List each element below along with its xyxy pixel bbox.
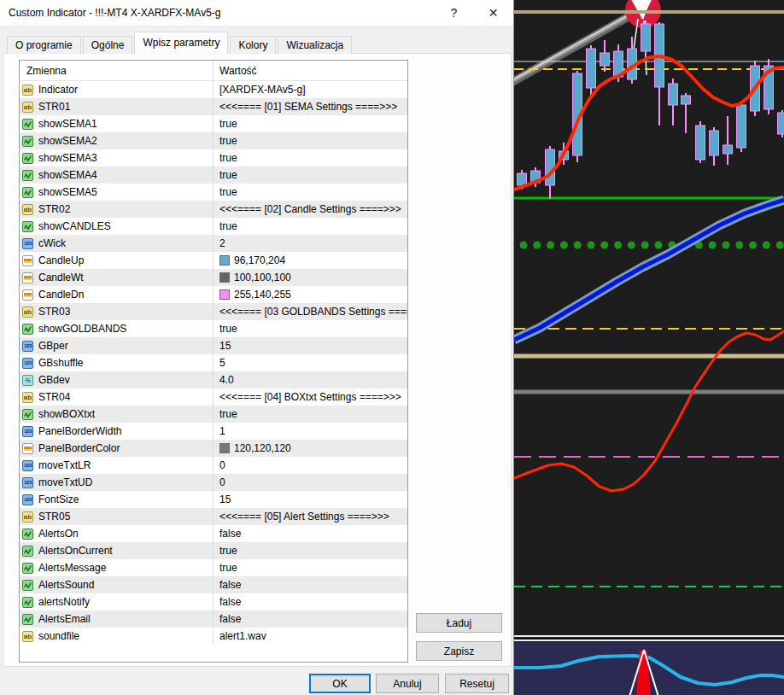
param-value-cell: true: [214, 132, 407, 149]
param-row[interactable]: showSEMA1true: [20, 115, 407, 132]
close-button[interactable]: ✕: [474, 0, 512, 26]
param-row[interactable]: alertsNotifyfalse: [20, 593, 407, 610]
param-row[interactable]: showCANDLEStrue: [20, 218, 407, 235]
param-name-label: PanelBorderWidth: [38, 425, 121, 437]
footer-reset-button[interactable]: Resetuj: [445, 674, 509, 693]
param-row[interactable]: CandleDn255,140,255: [20, 286, 407, 303]
param-value-cell: 96,170,204: [214, 252, 407, 269]
column-header-variable: Zmienna: [20, 61, 214, 80]
param-name-cell: 123cWick: [20, 235, 214, 252]
param-value-cell: alert1.wav: [214, 628, 407, 645]
param-row[interactable]: AlertsSoundfalse: [20, 576, 407, 593]
param-name-cell: 123moveTxtUD: [20, 474, 214, 491]
param-name-cell: showSEMA3: [20, 149, 214, 166]
tab-ogolne[interactable]: Ogólne: [83, 36, 133, 54]
chart-area[interactable]: [514, 0, 784, 695]
param-row[interactable]: showSEMA2true: [20, 132, 407, 149]
param-value-cell: 5: [214, 354, 407, 371]
param-row[interactable]: 123cWick2: [20, 235, 407, 252]
bool-param-icon: [22, 546, 33, 557]
param-value-cell: 120,120,120: [214, 440, 407, 457]
tab-wpisz-parametry[interactable]: Wpisz parametry: [134, 32, 228, 54]
param-row[interactable]: CandleUp96,170,204: [20, 252, 407, 269]
param-row[interactable]: AlertsOnCurrenttrue: [20, 542, 407, 559]
param-name-label: showSEMA5: [38, 186, 97, 198]
param-name-label: AlertsSound: [38, 579, 94, 591]
param-value-text: <<<==== [05] Alert Settings ====>>>: [219, 511, 389, 523]
color-swatch: [219, 289, 230, 300]
param-row[interactable]: PanelBorderColor120,120,120: [20, 440, 407, 457]
color-param-icon: [22, 289, 33, 301]
tab-o-programie[interactable]: O programie: [7, 36, 81, 54]
parameters-table[interactable]: Zmienna Wartość abIndicator[XARDFX-MAv5-…: [19, 60, 408, 663]
bool-param-icon: [22, 580, 33, 591]
param-row[interactable]: abSTR05<<<==== [05] Alert Settings ====>…: [20, 508, 407, 525]
param-row[interactable]: abSTR02<<<==== [02] Candle Settings ====…: [20, 201, 407, 218]
green-dot: [749, 242, 757, 249]
param-row[interactable]: absoundfilealert1.wav: [20, 628, 407, 645]
param-name-label: moveTxtUD: [38, 476, 92, 488]
param-name-cell: showSEMA5: [20, 184, 214, 201]
param-row[interactable]: showSEMA5true: [20, 184, 407, 201]
color-param-icon: [22, 272, 33, 283]
side-load-button[interactable]: Ładuj: [416, 613, 502, 633]
param-row[interactable]: abIndicator[XARDFX-MAv5-g]: [20, 81, 407, 98]
param-name-cell: AlertsOnCurrent: [20, 542, 214, 559]
candle-body: [696, 126, 705, 160]
param-name-label: STR04: [38, 391, 70, 403]
param-value-text: 0: [219, 459, 225, 471]
param-row[interactable]: AlertsEmailfalse: [20, 610, 407, 628]
zigzag-line-glyph: [23, 137, 32, 146]
tab-kolory[interactable]: Kolory: [230, 36, 276, 54]
param-row[interactable]: 123FontSize15: [20, 491, 407, 508]
integer-param-icon: 123: [22, 341, 33, 352]
param-row[interactable]: abSTR03<<<==== [03 GOLDBANDS Settings ==…: [20, 303, 407, 320]
param-name-cell: absoundfile: [20, 628, 214, 645]
param-row[interactable]: showGOLDBANDStrue: [20, 320, 407, 337]
zigzag-line-glyph: [23, 546, 32, 556]
param-row[interactable]: CandleWt100,100,100: [20, 269, 407, 286]
param-name-cell: abSTR01: [20, 98, 214, 115]
param-row[interactable]: ½GBdev4.0: [20, 371, 407, 388]
candle-body: [641, 24, 651, 51]
tab-wizualizacja[interactable]: Wizualizacja: [278, 36, 352, 54]
param-row[interactable]: AlertsOnfalse: [20, 525, 407, 542]
param-row[interactable]: AlertsMessagetrue: [20, 559, 407, 576]
param-value-text: alert1.wav: [219, 630, 266, 642]
footer-ok-button[interactable]: OK: [309, 674, 371, 693]
zigzag-line-glyph: [23, 529, 32, 539]
param-name-cell: AlertsEmail: [20, 610, 214, 628]
green-dot: [533, 242, 541, 249]
string-param-icon: ab: [22, 307, 33, 318]
side-save-button[interactable]: Zapisz: [416, 641, 502, 661]
dialog-titlebar[interactable]: Custom Indicator - !!!-MT4 X-XARDFX-MAv5…: [0, 0, 513, 26]
green-dot: [655, 242, 663, 249]
param-row[interactable]: abSTR04<<<==== [04] BOXtxt Settings ====…: [20, 388, 407, 406]
param-row[interactable]: showSEMA3true: [20, 149, 407, 166]
param-name-cell: abSTR05: [20, 508, 214, 525]
param-row[interactable]: abSTR01<<<==== [01] SEMA Settings ====>>…: [20, 98, 407, 115]
help-button[interactable]: ?: [435, 0, 473, 26]
param-row[interactable]: showBOXtxttrue: [20, 406, 407, 423]
string-param-icon: ab: [22, 392, 33, 403]
palette-glyph: [24, 276, 32, 280]
param-name-label: showGOLDBANDS: [38, 323, 126, 335]
param-value-text: 15: [219, 494, 231, 505]
param-name-cell: AlertsOn: [20, 525, 214, 542]
footer-cancel-button[interactable]: Anuluj: [376, 674, 439, 693]
param-row[interactable]: showSEMA4true: [20, 166, 407, 184]
param-value-text: true: [219, 562, 237, 574]
param-row[interactable]: 123GBshuffle5: [20, 354, 407, 371]
color-param-icon: [22, 443, 33, 454]
param-value-cell: 255,140,255: [214, 286, 407, 303]
color-swatch: [219, 272, 230, 283]
param-row[interactable]: 123moveTxtLR0: [20, 457, 407, 474]
param-row[interactable]: 123GBper15: [20, 337, 407, 354]
zigzag-line-glyph: [23, 581, 32, 590]
param-row[interactable]: 123moveTxtUD0: [20, 474, 407, 491]
color-swatch: [219, 443, 230, 453]
candle-body: [587, 49, 596, 88]
param-value-cell: 0: [214, 457, 407, 474]
param-name-label: showBOXtxt: [38, 408, 95, 420]
param-row[interactable]: 123PanelBorderWidth1: [20, 423, 407, 440]
